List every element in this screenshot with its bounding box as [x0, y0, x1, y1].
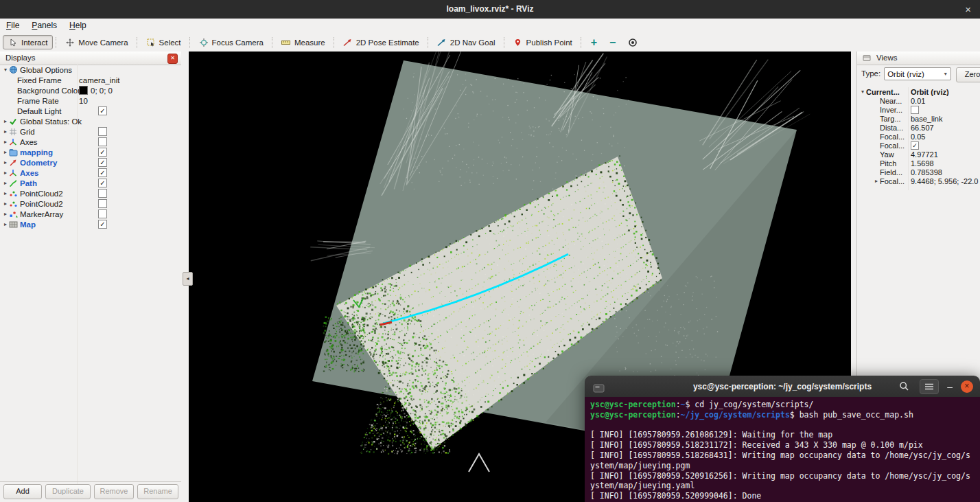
- row-value[interactable]: 0.01: [911, 96, 925, 105]
- expander-icon[interactable]: ▸: [2, 201, 9, 207]
- display-row-markerarray[interactable]: ▸MarkerArray: [0, 209, 181, 219]
- checkbox[interactable]: [98, 199, 107, 208]
- zoom-in-button[interactable]: +: [585, 36, 603, 49]
- zero-button[interactable]: Zero: [956, 67, 980, 82]
- checkbox[interactable]: ✓: [98, 106, 107, 115]
- view-row-yaw[interactable]: Yaw4.97721: [857, 150, 980, 159]
- row-value[interactable]: 0.05: [911, 132, 925, 141]
- display-row-pointcloud2[interactable]: ▸PointCloud2: [0, 198, 181, 209]
- value-text: 0; 0; 0: [91, 87, 113, 95]
- checkbox[interactable]: [98, 137, 107, 146]
- displays-panel-header[interactable]: Displays ✕: [0, 52, 181, 65]
- display-row-global-options[interactable]: ▾Global Options: [0, 65, 181, 75]
- row-value[interactable]: camera_init: [79, 75, 119, 85]
- display-row-path[interactable]: ▸Path✓: [0, 178, 181, 188]
- checkbox[interactable]: ✓: [98, 220, 107, 229]
- checkbox[interactable]: [98, 189, 107, 198]
- display-row-background-color[interactable]: Background Color0; 0; 0: [0, 85, 181, 95]
- expander-icon[interactable]: ▸: [2, 180, 9, 186]
- window-close-button[interactable]: ×: [965, 0, 971, 19]
- view-row-focal[interactable]: Focal...✓: [857, 141, 980, 150]
- display-row-grid[interactable]: ▸Grid: [0, 126, 181, 137]
- row-value[interactable]: base_link: [911, 114, 942, 123]
- view-row-targ[interactable]: Targ...base_link: [857, 114, 980, 123]
- window-title: loam_livox.rviz* - RViz: [447, 4, 534, 14]
- tool-interact[interactable]: Interact: [3, 35, 53, 49]
- checkbox[interactable]: ✓: [98, 158, 107, 167]
- add-button[interactable]: Add: [3, 484, 42, 499]
- splitter-collapse-handle[interactable]: ◂: [183, 272, 193, 286]
- display-row-global-status-ok[interactable]: ▸Global Status: Ok: [0, 116, 181, 126]
- zoom-out-button[interactable]: −: [603, 36, 622, 49]
- menu-help[interactable]: Help: [63, 19, 93, 30]
- row-value[interactable]: 9.4468; 5.956; -22.0: [911, 176, 978, 185]
- menu-panels[interactable]: Panels: [25, 19, 63, 30]
- search-icon[interactable]: [896, 379, 911, 394]
- expander-icon[interactable]: ▸: [873, 178, 880, 184]
- checkbox[interactable]: [98, 209, 107, 218]
- view-row-dista[interactable]: Dista...66.507: [857, 123, 980, 132]
- view-row-near[interactable]: Near...0.01: [857, 96, 980, 105]
- row-value[interactable]: Orbit (rviz): [911, 87, 949, 96]
- expander-icon[interactable]: ▸: [2, 149, 9, 155]
- expander-icon[interactable]: ▸: [2, 118, 9, 124]
- view-row-field[interactable]: Field...0.785398: [857, 168, 980, 176]
- tool-2d-pose-estimate[interactable]: 2D Pose Estimate: [338, 35, 425, 49]
- expander-icon[interactable]: ▸: [2, 190, 9, 196]
- terminal-tab-icon[interactable]: [591, 380, 606, 396]
- row-value[interactable]: 66.507: [911, 123, 934, 132]
- tool-focus-camera[interactable]: Focus Camera: [194, 35, 269, 49]
- row-value[interactable]: 4.97721: [911, 150, 938, 159]
- view-row-focal[interactable]: ▸Focal...9.4468; 5.956; -22.0: [857, 176, 980, 185]
- tool-2d-nav-goal[interactable]: 2D Nav Goal: [432, 35, 501, 49]
- render-settings-button[interactable]: [622, 38, 644, 47]
- row-value[interactable]: 0; 0; 0: [79, 85, 113, 95]
- row-value[interactable]: 1.5698: [911, 159, 934, 168]
- view-row-current[interactable]: ▾Current...Orbit (rviz): [857, 87, 980, 96]
- terminal-window[interactable]: ysc@ysc-perception: ~/jy_cog/system/scri…: [585, 376, 980, 502]
- minimize-button[interactable]: –: [947, 381, 953, 392]
- expander-icon[interactable]: ▾: [2, 67, 9, 73]
- tool-select[interactable]: Select: [141, 35, 187, 49]
- row-value[interactable]: 0.785398: [911, 168, 942, 176]
- display-row-frame-rate[interactable]: Frame Rate10: [0, 95, 181, 106]
- value-text: Orbit (rviz): [911, 88, 949, 96]
- checkbox[interactable]: ✓: [98, 179, 107, 187]
- row-value[interactable]: 10: [79, 95, 88, 106]
- tool-measure[interactable]: Measure: [276, 35, 331, 49]
- expander-icon[interactable]: ▸: [2, 170, 9, 176]
- expander-icon[interactable]: ▸: [2, 128, 9, 135]
- tool-move-camera[interactable]: Move Camera: [60, 35, 133, 49]
- panel-close-icon[interactable]: ✕: [167, 54, 178, 64]
- expander-icon[interactable]: ▸: [2, 139, 9, 145]
- view-row-inver[interactable]: Inver...: [857, 105, 980, 114]
- terminal-output[interactable]: ysc@ysc-perception:~$ cd jy_cog/system/s…: [585, 397, 980, 502]
- window-titlebar[interactable]: loam_livox.rviz* - RViz ×: [0, 0, 980, 19]
- view-row-pitch[interactable]: Pitch1.5698: [857, 159, 980, 168]
- expander-icon[interactable]: ▾: [859, 89, 866, 95]
- views-panel-header[interactable]: Views: [857, 52, 980, 65]
- display-row-default-light[interactable]: Default Light✓: [0, 106, 181, 116]
- display-row-axes[interactable]: ▸Axes✓: [0, 168, 181, 178]
- display-row-pointcloud2[interactable]: ▸PointCloud2: [0, 188, 181, 198]
- tool-publish-point[interactable]: Publish Point: [508, 35, 578, 49]
- hamburger-menu-icon[interactable]: [920, 379, 939, 394]
- menu-file[interactable]: File: [0, 19, 25, 30]
- terminal-titlebar[interactable]: ysc@ysc-perception: ~/jy_cog/system/scri…: [585, 376, 980, 398]
- checkbox[interactable]: ✓: [98, 168, 107, 177]
- checkbox[interactable]: ✓: [911, 141, 919, 150]
- display-row-fixed-frame[interactable]: Fixed Framecamera_init: [0, 75, 181, 85]
- expander-icon[interactable]: ▸: [2, 221, 9, 227]
- checkbox[interactable]: [98, 127, 107, 136]
- display-row-odometry[interactable]: ▸Odometry✓: [0, 157, 181, 168]
- display-row-axes[interactable]: ▸Axes: [0, 137, 181, 147]
- display-row-map[interactable]: ▸Map✓: [0, 219, 181, 229]
- view-row-focal[interactable]: Focal...0.05: [857, 132, 980, 141]
- view-type-dropdown[interactable]: Orbit (rviz) ▼: [884, 67, 951, 80]
- checkbox[interactable]: [911, 106, 919, 114]
- close-button[interactable]: ×: [961, 380, 973, 393]
- checkbox[interactable]: ✓: [98, 148, 107, 157]
- expander-icon[interactable]: ▸: [2, 211, 9, 217]
- expander-icon[interactable]: ▸: [2, 159, 9, 166]
- display-row-mapping[interactable]: ▸mapping✓: [0, 147, 181, 157]
